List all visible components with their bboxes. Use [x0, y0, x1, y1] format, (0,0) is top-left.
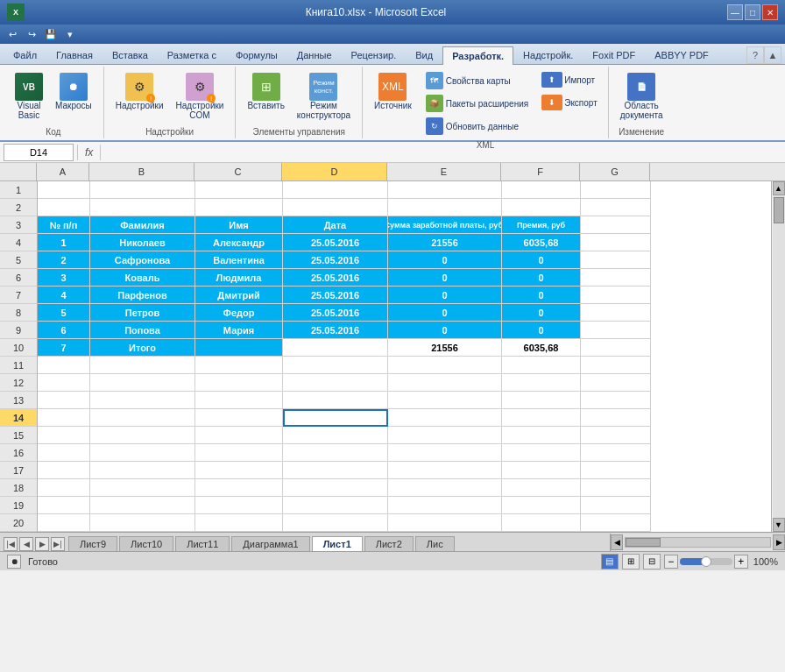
cell-b9[interactable]: Попова	[90, 322, 195, 339]
cell-f10[interactable]: 6035,68	[502, 339, 581, 357]
cell-a14[interactable]	[38, 409, 90, 427]
cell-g6[interactable]	[581, 269, 651, 286]
cell-b7[interactable]: Парфенов	[90, 286, 195, 304]
packages-button[interactable]: 📦 Пакеты расширения	[423, 93, 531, 114]
cell-b2[interactable]	[90, 199, 195, 216]
cell-f17[interactable]	[502, 462, 581, 479]
cell-a2[interactable]	[38, 199, 90, 216]
cell-b5[interactable]: Сафронова	[90, 251, 195, 269]
cell-a20[interactable]	[38, 514, 90, 532]
cell-e5[interactable]: 0	[388, 251, 502, 269]
visual-basic-button[interactable]: VB VisualBasic	[11, 70, 47, 123]
cell-a3[interactable]: № п/п	[38, 216, 90, 234]
cell-c8[interactable]: Федор	[195, 304, 283, 322]
cell-e14[interactable]	[388, 409, 502, 427]
col-header-a[interactable]: A	[37, 163, 89, 180]
row-header-12[interactable]: 12	[0, 374, 37, 392]
cell-a9[interactable]: 6	[38, 322, 90, 339]
tab-review[interactable]: Рецензир.	[342, 46, 407, 64]
cell-d3[interactable]: Дата	[283, 216, 388, 234]
cell-a19[interactable]	[38, 497, 90, 514]
cell-e6[interactable]: 0	[388, 269, 502, 286]
cell-a1[interactable]	[38, 181, 90, 199]
cell-f20[interactable]	[502, 514, 581, 532]
cell-g18[interactable]	[581, 479, 651, 497]
row-header-3[interactable]: 3	[0, 216, 37, 234]
tab-data[interactable]: Данные	[287, 46, 342, 64]
save-button[interactable]: 💾	[42, 26, 60, 42]
row-header-16[interactable]: 16	[0, 444, 37, 462]
cell-g1[interactable]	[581, 181, 651, 199]
col-header-c[interactable]: C	[194, 163, 282, 180]
cell-e1[interactable]	[388, 181, 502, 199]
tab-view[interactable]: Вид	[406, 46, 442, 64]
vertical-scrollbar[interactable]: ▲ ▼	[771, 181, 785, 532]
scroll-track[interactable]	[773, 195, 785, 518]
formula-input[interactable]	[104, 144, 781, 161]
cell-e19[interactable]	[388, 497, 502, 514]
cell-e13[interactable]	[388, 392, 502, 409]
row-header-7[interactable]: 7	[0, 286, 37, 304]
tab-addons[interactable]: Надстройк.	[513, 46, 583, 64]
refresh-data-button[interactable]: ↻ Обновить данные	[423, 116, 531, 137]
row-header-13[interactable]: 13	[0, 392, 37, 409]
row-header-11[interactable]: 11	[0, 357, 37, 374]
cell-e2[interactable]	[388, 199, 502, 216]
col-header-f[interactable]: F	[501, 163, 580, 180]
import-button[interactable]: ⬆ Импорт	[538, 70, 601, 89]
row-header-6[interactable]: 6	[0, 269, 37, 286]
cell-b20[interactable]	[90, 514, 195, 532]
redo-button[interactable]: ↪	[23, 26, 40, 42]
cell-a4[interactable]: 1	[38, 234, 90, 251]
cell-a7[interactable]: 4	[38, 286, 90, 304]
row-header-5[interactable]: 5	[0, 251, 37, 269]
undo-button[interactable]: ↩	[4, 26, 21, 42]
tab-developer[interactable]: Разработк.	[442, 46, 513, 65]
cell-e20[interactable]	[388, 514, 502, 532]
cell-f18[interactable]	[502, 479, 581, 497]
cell-d12[interactable]	[283, 374, 388, 392]
cell-a17[interactable]	[38, 462, 90, 479]
scroll-right-button[interactable]: ▶	[773, 534, 785, 550]
cell-d14[interactable]	[283, 409, 388, 427]
sheet-tab-list9[interactable]: Лист9	[68, 536, 117, 551]
tab-insert[interactable]: Вставка	[103, 46, 158, 64]
cell-g3[interactable]	[581, 216, 651, 234]
cell-e12[interactable]	[388, 374, 502, 392]
tab-abbyy[interactable]: ABBYY PDF	[645, 46, 718, 64]
cell-b15[interactable]	[90, 427, 195, 444]
tab-foxit[interactable]: Foxit PDF	[583, 46, 645, 64]
cell-g7[interactable]	[581, 286, 651, 304]
cell-f19[interactable]	[502, 497, 581, 514]
cell-b18[interactable]	[90, 479, 195, 497]
cell-a15[interactable]	[38, 427, 90, 444]
col-header-e[interactable]: E	[387, 163, 501, 180]
zoom-track[interactable]	[680, 558, 732, 565]
row-header-19[interactable]: 19	[0, 497, 37, 514]
row-header-8[interactable]: 8	[0, 304, 37, 322]
cell-d7[interactable]: 25.05.2016	[283, 286, 388, 304]
cell-d18[interactable]	[283, 479, 388, 497]
cell-f14[interactable]	[502, 409, 581, 427]
cell-g12[interactable]	[581, 374, 651, 392]
cell-e9[interactable]: 0	[388, 322, 502, 339]
cell-f7[interactable]: 0	[502, 286, 581, 304]
cell-e7[interactable]: 0	[388, 286, 502, 304]
cell-c5[interactable]: Валентина	[195, 251, 283, 269]
cell-a11[interactable]	[38, 357, 90, 374]
cell-a6[interactable]: 3	[38, 269, 90, 286]
cell-c1[interactable]	[195, 181, 283, 199]
tab-nav-next[interactable]: ▶	[35, 537, 49, 551]
scroll-up-button[interactable]: ▲	[773, 181, 785, 195]
cell-c4[interactable]: Александр	[195, 234, 283, 251]
col-header-b[interactable]: B	[89, 163, 194, 180]
cell-c19[interactable]	[195, 497, 283, 514]
cell-c20[interactable]	[195, 514, 283, 532]
cell-a5[interactable]: 2	[38, 251, 90, 269]
tab-nav-first[interactable]: |◀	[4, 537, 18, 551]
cell-e18[interactable]	[388, 479, 502, 497]
sheet-tab-list11[interactable]: Лист11	[175, 536, 230, 551]
cell-c7[interactable]: Дмитрий	[195, 286, 283, 304]
cell-c17[interactable]	[195, 462, 283, 479]
cell-g4[interactable]	[581, 234, 651, 251]
